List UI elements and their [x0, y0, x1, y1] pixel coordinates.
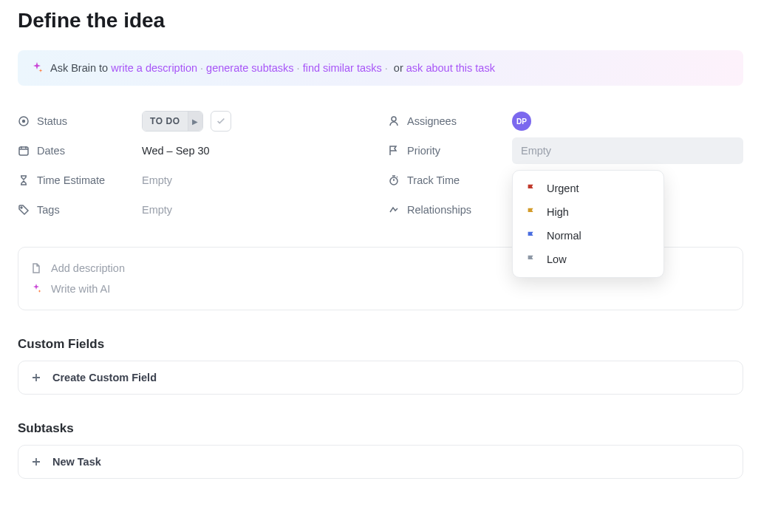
time-estimate-label: Time Estimate: [37, 174, 105, 186]
ai-banner-lead: Ask Brain to: [50, 62, 108, 74]
ai-link-find-similar[interactable]: find similar tasks: [303, 62, 382, 74]
svg-point-4: [392, 117, 396, 121]
ai-link-write-description[interactable]: write a description: [111, 62, 197, 74]
separator-dot: ·: [297, 62, 300, 74]
track-time-label: Track Time: [407, 174, 460, 186]
priority-option-normal[interactable]: Normal: [513, 224, 663, 248]
relationships-icon: [388, 204, 400, 216]
create-custom-field-button[interactable]: Create Custom Field: [18, 361, 743, 395]
new-task-button[interactable]: New Task: [18, 445, 743, 479]
flag-icon: [388, 145, 400, 157]
priority-option-high[interactable]: High: [513, 200, 663, 224]
priority-option-urgent[interactable]: Urgent: [513, 177, 663, 200]
priority-option-label: Normal: [547, 230, 581, 242]
ai-link-ask-about[interactable]: ask about this task: [406, 62, 495, 74]
write-with-ai-row[interactable]: Write with AI: [30, 279, 731, 299]
person-icon: [388, 115, 400, 127]
priority-label: Priority: [407, 145, 440, 157]
document-icon: [30, 262, 42, 274]
sparkle-icon: [31, 62, 43, 74]
field-tags: Tags Empty: [18, 195, 373, 225]
relationships-label: Relationships: [407, 204, 471, 216]
plus-icon: [30, 372, 42, 383]
separator-dot: ·: [385, 62, 388, 74]
calendar-icon: [18, 145, 30, 157]
status-icon: [18, 115, 30, 127]
time-estimate-value[interactable]: Empty: [142, 174, 373, 186]
subtasks-heading: Subtasks: [18, 421, 743, 436]
dates-label: Dates: [37, 145, 65, 157]
tags-value[interactable]: Empty: [142, 204, 373, 216]
complete-button[interactable]: [211, 111, 231, 132]
status-caret-icon[interactable]: ▶: [188, 112, 202, 131]
tag-icon: [18, 204, 30, 216]
ai-banner-or: or: [394, 62, 403, 74]
flag-icon: [526, 254, 536, 265]
priority-input[interactable]: Empty UrgentHighNormalLow: [512, 137, 743, 164]
custom-fields-heading: Custom Fields: [18, 337, 743, 352]
svg-point-1: [22, 120, 25, 123]
dates-value[interactable]: Wed – Sep 30: [142, 145, 373, 157]
priority-option-label: Low: [547, 253, 567, 265]
field-status: Status TO DO ▶: [18, 106, 373, 136]
status-chip[interactable]: TO DO ▶: [142, 111, 203, 132]
fields-grid: Status TO DO ▶ Dates Wed – Sep 30: [18, 106, 743, 225]
ai-banner-text: Ask Brain to write a description·generat…: [50, 62, 495, 74]
ai-link-generate-subtasks[interactable]: generate subtasks: [206, 62, 294, 74]
field-assignees: Assignees DP: [388, 106, 743, 136]
svg-rect-2: [19, 147, 28, 155]
write-with-ai-label: Write with AI: [51, 283, 110, 295]
field-time-estimate: Time Estimate Empty: [18, 166, 373, 195]
priority-option-label: Urgent: [547, 183, 579, 194]
create-custom-field-label: Create Custom Field: [52, 372, 157, 383]
field-priority: Priority Empty UrgentHighNormalLow: [388, 136, 743, 166]
priority-dropdown: UrgentHighNormalLow: [512, 170, 664, 278]
priority-option-low[interactable]: Low: [513, 248, 663, 271]
flag-icon: [526, 207, 536, 217]
new-task-label: New Task: [52, 456, 101, 468]
svg-point-3: [21, 207, 22, 208]
ai-banner: Ask Brain to write a description·generat…: [18, 50, 743, 86]
tags-label: Tags: [37, 204, 60, 216]
plus-icon: [30, 456, 42, 468]
field-dates: Dates Wed – Sep 30: [18, 136, 373, 166]
separator-dot: ·: [200, 62, 203, 74]
priority-option-label: High: [547, 206, 569, 218]
sparkle-icon: [30, 283, 42, 295]
flag-icon: [526, 231, 536, 241]
assignees-label: Assignees: [407, 115, 457, 127]
hourglass-icon: [18, 174, 30, 186]
page-title: Define the idea: [18, 9, 743, 33]
priority-placeholder: Empty: [521, 145, 551, 157]
status-value: TO DO: [143, 112, 188, 131]
stopwatch-icon: [388, 174, 400, 186]
flag-icon: [526, 183, 536, 194]
add-description-label: Add description: [51, 262, 125, 274]
assignee-avatar[interactable]: DP: [512, 112, 531, 131]
status-label: Status: [37, 115, 67, 127]
